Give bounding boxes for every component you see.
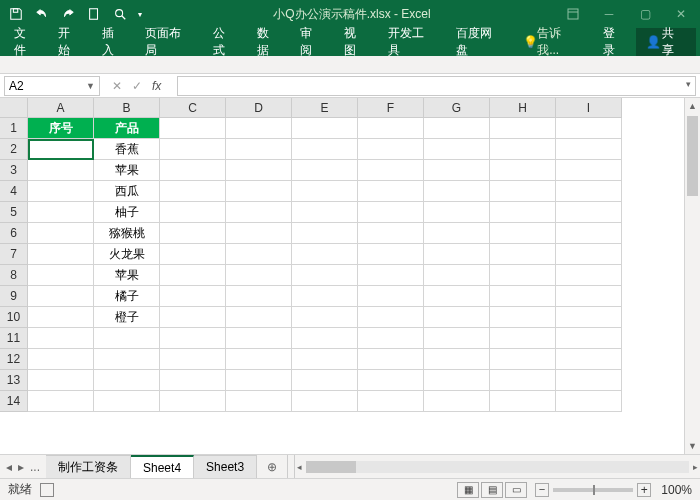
- cell[interactable]: [358, 139, 424, 160]
- grid-rows[interactable]: 1序号产品2香蕉3苹果4西瓜5柚子6猕猴桃7火龙果8苹果9橘子10橙子11121…: [0, 118, 684, 454]
- row-header[interactable]: 10: [0, 307, 28, 328]
- row-header[interactable]: 11: [0, 328, 28, 349]
- cell[interactable]: [28, 370, 94, 391]
- cell[interactable]: [226, 265, 292, 286]
- column-header[interactable]: F: [358, 98, 424, 118]
- cell[interactable]: [490, 139, 556, 160]
- cell[interactable]: [28, 265, 94, 286]
- cell[interactable]: [28, 328, 94, 349]
- tab-formulas[interactable]: 公式: [203, 28, 247, 56]
- cell[interactable]: [292, 223, 358, 244]
- cell[interactable]: [160, 391, 226, 412]
- tab-insert[interactable]: 插入: [92, 28, 136, 56]
- cell[interactable]: [358, 160, 424, 181]
- column-header[interactable]: H: [490, 98, 556, 118]
- cell[interactable]: [556, 223, 622, 244]
- horizontal-scrollbar[interactable]: ◂ ▸: [295, 455, 700, 478]
- column-header[interactable]: G: [424, 98, 490, 118]
- cell[interactable]: [226, 286, 292, 307]
- cell[interactable]: [160, 139, 226, 160]
- row-header[interactable]: 6: [0, 223, 28, 244]
- row-header[interactable]: 8: [0, 265, 28, 286]
- tab-baidu[interactable]: 百度网盘: [446, 28, 514, 56]
- row-header[interactable]: 7: [0, 244, 28, 265]
- tab-file[interactable]: 文件: [4, 28, 48, 56]
- cell[interactable]: [556, 202, 622, 223]
- cell[interactable]: [226, 370, 292, 391]
- cell[interactable]: 苹果: [94, 265, 160, 286]
- cell[interactable]: [160, 265, 226, 286]
- select-all-corner[interactable]: [0, 98, 28, 118]
- cell[interactable]: [226, 139, 292, 160]
- cell[interactable]: [556, 160, 622, 181]
- cell[interactable]: [28, 202, 94, 223]
- sheet-tab-sheet3[interactable]: Sheet3: [194, 455, 257, 478]
- cell[interactable]: [292, 307, 358, 328]
- column-header[interactable]: B: [94, 98, 160, 118]
- cell[interactable]: [490, 244, 556, 265]
- cell[interactable]: [358, 244, 424, 265]
- cell[interactable]: 橙子: [94, 307, 160, 328]
- cell[interactable]: [424, 160, 490, 181]
- cell[interactable]: [292, 181, 358, 202]
- qat-dropdown-icon[interactable]: ▾: [134, 2, 146, 26]
- formula-bar[interactable]: ▾: [177, 76, 696, 96]
- ribbon-collapsed-area[interactable]: [0, 56, 700, 74]
- cell[interactable]: [292, 118, 358, 139]
- cell[interactable]: [424, 328, 490, 349]
- cell[interactable]: [94, 349, 160, 370]
- cell[interactable]: [28, 139, 94, 160]
- column-header[interactable]: I: [556, 98, 622, 118]
- cell[interactable]: 苹果: [94, 160, 160, 181]
- scroll-up-icon[interactable]: ▲: [685, 98, 700, 114]
- cell[interactable]: [226, 223, 292, 244]
- tab-nav-more[interactable]: ...: [30, 460, 40, 474]
- sheet-tab-payroll[interactable]: 制作工资条: [46, 455, 131, 478]
- tab-nav-right-icon[interactable]: ▸: [18, 460, 24, 474]
- cell[interactable]: [490, 349, 556, 370]
- maximize-icon[interactable]: ▢: [630, 2, 660, 26]
- cell[interactable]: [292, 370, 358, 391]
- cell[interactable]: [490, 391, 556, 412]
- cell[interactable]: [28, 307, 94, 328]
- cell[interactable]: [160, 202, 226, 223]
- cell[interactable]: [556, 265, 622, 286]
- add-sheet-button[interactable]: ⊕: [257, 455, 287, 478]
- zoom-slider[interactable]: [553, 488, 633, 492]
- name-box-dropdown-icon[interactable]: ▼: [86, 81, 95, 91]
- cell[interactable]: [226, 118, 292, 139]
- cell[interactable]: [160, 349, 226, 370]
- cell[interactable]: [292, 349, 358, 370]
- vertical-scrollbar[interactable]: ▲ ▼: [684, 98, 700, 454]
- column-header[interactable]: E: [292, 98, 358, 118]
- column-header[interactable]: C: [160, 98, 226, 118]
- column-header[interactable]: A: [28, 98, 94, 118]
- expand-formula-icon[interactable]: ▾: [686, 79, 691, 89]
- cell[interactable]: [556, 118, 622, 139]
- cell[interactable]: [226, 391, 292, 412]
- vertical-scroll-thumb[interactable]: [687, 116, 698, 196]
- cell[interactable]: [160, 160, 226, 181]
- cell[interactable]: [292, 328, 358, 349]
- cell[interactable]: [556, 307, 622, 328]
- cell[interactable]: [556, 181, 622, 202]
- cell[interactable]: [292, 265, 358, 286]
- minimize-icon[interactable]: ─: [594, 2, 624, 26]
- cell[interactable]: [160, 181, 226, 202]
- tell-me[interactable]: 💡告诉我...: [513, 28, 592, 56]
- cell[interactable]: [424, 202, 490, 223]
- cell[interactable]: [358, 286, 424, 307]
- cell[interactable]: [94, 391, 160, 412]
- new-file-icon[interactable]: [82, 2, 106, 26]
- cell[interactable]: [424, 139, 490, 160]
- cell[interactable]: [94, 370, 160, 391]
- cell[interactable]: [424, 244, 490, 265]
- name-box[interactable]: A2▼: [4, 76, 100, 96]
- cell[interactable]: [358, 223, 424, 244]
- cell[interactable]: [490, 328, 556, 349]
- cell[interactable]: [292, 391, 358, 412]
- cell[interactable]: [424, 370, 490, 391]
- tab-nav-left-icon[interactable]: ◂: [6, 460, 12, 474]
- print-preview-icon[interactable]: [108, 2, 132, 26]
- macro-record-icon[interactable]: [40, 483, 54, 497]
